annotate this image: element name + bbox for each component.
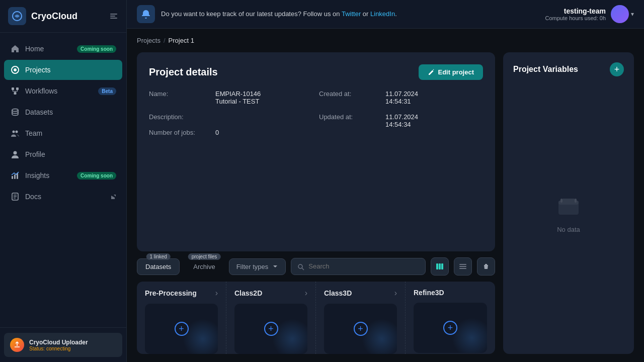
class3d-arrow-icon: › <box>394 289 397 298</box>
search-input[interactable] <box>308 262 419 270</box>
breadcrumb-separator: / <box>164 37 166 44</box>
svg-rect-14 <box>12 176 13 179</box>
uploader-status: Status: connecting <box>29 346 88 351</box>
card-title: Project details <box>149 66 218 78</box>
sidebar-item-home[interactable]: Home Coming soon <box>4 39 122 59</box>
svg-rect-25 <box>441 263 443 269</box>
svg-rect-31 <box>560 199 562 203</box>
uploader-title: CryoCloud Uploader <box>29 339 88 346</box>
sidebar-item-profile[interactable]: Profile <box>4 144 122 164</box>
datasets-badge: 1 linked <box>146 253 170 260</box>
projects-icon <box>10 65 20 75</box>
jobs-label: Number of jobs: <box>149 129 209 136</box>
uploader-icon <box>10 338 24 352</box>
name-row: Name: EMPIAR-10146 Tutorial - TEST <box>149 90 313 105</box>
info-left: Name: EMPIAR-10146 Tutorial - TEST Descr… <box>149 90 313 136</box>
main-grid: Project details Edit project Name: <box>137 52 634 354</box>
project-details-card: Project details Edit project Name: <box>137 52 495 251</box>
breadcrumb: Projects / Project 1 <box>137 37 634 44</box>
stage-pre-processing-add-button[interactable]: + <box>175 322 189 336</box>
team-icon <box>10 128 20 138</box>
team-name: testing-team Compute hours used: 0h <box>545 7 606 21</box>
svg-point-12 <box>16 131 18 133</box>
stage-class2d-body: + <box>234 304 307 354</box>
breadcrumb-projects[interactable]: Projects <box>137 37 160 44</box>
list-button[interactable] <box>454 257 472 276</box>
logo-icon <box>8 7 26 25</box>
no-data-text: No data <box>557 226 580 233</box>
svg-rect-26 <box>459 264 466 265</box>
created-row: Created at: 11.07.2024 14:54:31 <box>319 90 483 105</box>
sidebar: CryoCloud Home Coming soon <box>0 0 127 362</box>
svg-rect-32 <box>575 199 577 203</box>
no-data-icon <box>555 194 582 220</box>
sidebar-item-projects[interactable]: Projects <box>4 60 122 80</box>
stage-class3d-add-button[interactable]: + <box>354 322 368 336</box>
sidebar-item-projects-label: Projects <box>25 66 51 74</box>
search-bar <box>291 258 426 275</box>
uploader-info: CryoCloud Uploader Status: connecting <box>29 339 88 351</box>
uploader-card[interactable]: CryoCloud Uploader Status: connecting <box>4 333 122 357</box>
datasets-icon <box>10 107 20 117</box>
variables-header: Project Variables + <box>513 62 624 76</box>
edit-project-button[interactable]: Edit project <box>419 64 483 80</box>
home-icon <box>10 44 20 54</box>
sidebar-nav: Home Coming soon Projects <box>0 33 126 327</box>
home-badge: Coming soon <box>77 45 116 53</box>
project-info-grid: Name: EMPIAR-10146 Tutorial - TEST Descr… <box>149 90 483 136</box>
svg-rect-23 <box>436 263 438 269</box>
insights-icon <box>10 170 20 180</box>
sidebar-item-insights[interactable]: Insights Coming soon <box>4 165 122 186</box>
sidebar-item-workflows[interactable]: Workflows Beta <box>4 81 122 101</box>
search-icon <box>297 262 304 270</box>
name-label: Name: <box>149 90 209 98</box>
stage-class3d-header: Class3D › <box>324 289 397 298</box>
add-variable-button[interactable]: + <box>610 62 624 76</box>
svg-rect-27 <box>459 266 466 267</box>
svg-rect-24 <box>439 263 441 269</box>
stage-class2d-add-button[interactable]: + <box>264 322 278 336</box>
banner-text: Do you want to keep track of our latest … <box>161 9 397 19</box>
svg-point-11 <box>13 131 15 133</box>
sidebar-item-docs-label: Docs <box>25 193 41 201</box>
sidebar-logo: CryoCloud <box>0 0 126 33</box>
description-row: Description: <box>149 113 313 121</box>
no-data-area: No data <box>513 82 624 344</box>
filter-select[interactable]: Filter types <box>229 258 286 275</box>
tab-archive[interactable]: Archive <box>185 258 223 275</box>
columns-button[interactable] <box>431 257 449 276</box>
archive-badge: project files <box>188 253 221 260</box>
sidebar-item-docs[interactable]: Docs <box>4 187 122 207</box>
stage-class3d-title: Class3D <box>324 289 352 297</box>
banner-right: testing-team Compute hours used: 0h ▾ <box>545 5 634 23</box>
profile-icon <box>10 149 20 159</box>
svg-point-21 <box>298 264 302 268</box>
delete-button[interactable] <box>477 257 495 276</box>
created-value: 11.07.2024 14:54:31 <box>385 90 418 105</box>
sidebar-item-workflows-label: Workflows <box>25 87 57 95</box>
stage-refine3d-add-button[interactable]: + <box>443 321 457 335</box>
sidebar-item-insights-label: Insights <box>25 171 49 179</box>
tab-datasets[interactable]: Datasets <box>137 258 180 275</box>
page-content: Projects / Project 1 Project details Edi… <box>127 29 644 362</box>
linkedin-link[interactable]: LinkedIn <box>370 10 395 18</box>
user-avatar <box>611 5 629 23</box>
stage-pre-processing-header: Pre-Processing › <box>145 289 218 298</box>
compute-text: Compute hours used: 0h <box>545 15 606 21</box>
sidebar-collapse-button[interactable] <box>109 12 118 21</box>
sidebar-item-team[interactable]: Team <box>4 123 122 143</box>
jobs-row: Number of jobs: 0 <box>149 129 313 136</box>
info-right: Created at: 11.07.2024 14:54:31 Updated … <box>319 90 483 136</box>
top-banner: Do you want to keep track of our latest … <box>127 0 644 29</box>
stage-class3d-body: + <box>324 304 397 354</box>
sidebar-item-datasets[interactable]: Datasets <box>4 102 122 122</box>
svg-rect-2 <box>110 16 115 17</box>
svg-point-13 <box>14 151 17 155</box>
twitter-link[interactable]: Twitter <box>342 10 361 18</box>
description-label: Description: <box>149 113 209 121</box>
name-value: EMPIAR-10146 Tutorial - TEST <box>215 90 261 105</box>
stage-class2d-title: Class2D <box>234 289 262 297</box>
svg-rect-3 <box>110 18 117 19</box>
stage-pre-processing: Pre-Processing › + <box>137 282 226 354</box>
avatar-button[interactable]: ▾ <box>611 5 634 23</box>
